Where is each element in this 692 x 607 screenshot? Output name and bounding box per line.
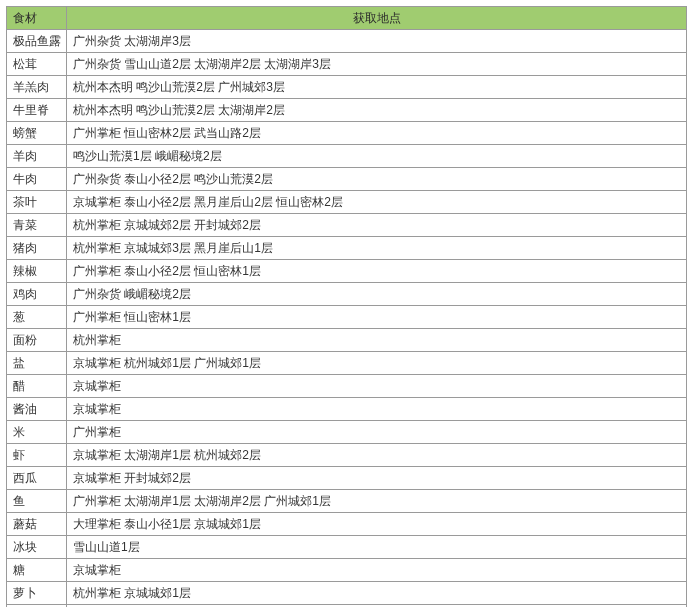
cell-location: 广州掌柜 [67, 421, 687, 444]
cell-location: 广州掌柜 太湖湖岸1层 太湖湖岸2层 广州城郊1层 [67, 490, 687, 513]
cell-ingredient: 蘑菇 [7, 513, 67, 536]
cell-location: 广州杂货 峨嵋秘境2层 [67, 283, 687, 306]
cell-ingredient: 猪肉 [7, 237, 67, 260]
table-row: 茶叶京城掌柜 泰山小径2层 黑月崖后山2层 恒山密林2层 [7, 191, 687, 214]
cell-location: 雪山山道1层 [67, 536, 687, 559]
table-row: 蘑菇大理掌柜 泰山小径1层 京城城郊1层 [7, 513, 687, 536]
table-row: 葱广州掌柜 恒山密林1层 [7, 306, 687, 329]
table-row: 萝卜杭州掌柜 京城城郊1层 [7, 582, 687, 605]
table-row: 盐京城掌柜 杭州城郊1层 广州城郊1层 [7, 352, 687, 375]
table-row: 螃蟹广州掌柜 恒山密林2层 武当山路2层 [7, 122, 687, 145]
cell-ingredient: 糖 [7, 559, 67, 582]
table-row: 虾京城掌柜 太湖湖岸1层 杭州城郊2层 [7, 444, 687, 467]
cell-location: 京城掌柜 开封城郊2层 [67, 467, 687, 490]
cell-ingredient: 冰块 [7, 536, 67, 559]
table-row: 糖京城掌柜 [7, 559, 687, 582]
header-row: 食材 获取地点 [7, 7, 687, 30]
table-row: 辣椒广州掌柜 泰山小径2层 恒山密林1层 [7, 260, 687, 283]
cell-location: 京城掌柜 [67, 375, 687, 398]
cell-location: 广州掌柜 恒山密林2层 武当山路2层 [67, 122, 687, 145]
table-row: 冰块雪山山道1层 [7, 536, 687, 559]
cell-ingredient: 鱼 [7, 490, 67, 513]
cell-location: 京城掌柜 杭州城郊1层 广州城郊1层 [67, 352, 687, 375]
table-row: 酱油京城掌柜 [7, 398, 687, 421]
cell-location: 京城掌柜 [67, 398, 687, 421]
cell-ingredient: 青菜 [7, 214, 67, 237]
table-row: 猪肉杭州掌柜 京城城郊3层 黑月崖后山1层 [7, 237, 687, 260]
cell-location: 广州掌柜 恒山密林1层 [67, 306, 687, 329]
table-row: 面粉杭州掌柜 [7, 329, 687, 352]
cell-ingredient: 面粉 [7, 329, 67, 352]
cell-ingredient: 茶叶 [7, 191, 67, 214]
cell-ingredient: 辣椒 [7, 260, 67, 283]
ingredients-table: 食材 获取地点 极品鱼露广州杂货 太湖湖岸3层松茸广州杂货 雪山山道2层 太湖湖… [6, 6, 687, 607]
cell-location: 广州杂货 泰山小径2层 鸣沙山荒漠2层 [67, 168, 687, 191]
cell-location: 京城掌柜 太湖湖岸1层 杭州城郊2层 [67, 444, 687, 467]
cell-location: 鸣沙山荒漠1层 峨嵋秘境2层 [67, 145, 687, 168]
cell-ingredient: 牛肉 [7, 168, 67, 191]
table-row: 松茸广州杂货 雪山山道2层 太湖湖岸2层 太湖湖岸3层 [7, 53, 687, 76]
table-row: 羊羔肉杭州本杰明 鸣沙山荒漠2层 广州城郊3层 [7, 76, 687, 99]
cell-ingredient: 盐 [7, 352, 67, 375]
cell-location: 京城掌柜 [67, 559, 687, 582]
table-row: 极品鱼露广州杂货 太湖湖岸3层 [7, 30, 687, 53]
cell-location: 杭州掌柜 京城城郊2层 开封城郊2层 [67, 214, 687, 237]
cell-ingredient: 醋 [7, 375, 67, 398]
cell-ingredient: 萝卜 [7, 582, 67, 605]
cell-ingredient: 松茸 [7, 53, 67, 76]
table-row: 牛肉广州杂货 泰山小径2层 鸣沙山荒漠2层 [7, 168, 687, 191]
table-row: 西瓜京城掌柜 开封城郊2层 [7, 467, 687, 490]
table-row: 醋京城掌柜 [7, 375, 687, 398]
cell-ingredient: 螃蟹 [7, 122, 67, 145]
cell-ingredient: 鸡肉 [7, 283, 67, 306]
cell-ingredient: 羊肉 [7, 145, 67, 168]
table-row: 羊肉鸣沙山荒漠1层 峨嵋秘境2层 [7, 145, 687, 168]
header-ingredient: 食材 [7, 7, 67, 30]
cell-location: 广州杂货 雪山山道2层 太湖湖岸2层 太湖湖岸3层 [67, 53, 687, 76]
table-row: 牛里脊杭州本杰明 鸣沙山荒漠2层 太湖湖岸2层 [7, 99, 687, 122]
cell-location: 广州掌柜 泰山小径2层 恒山密林1层 [67, 260, 687, 283]
cell-ingredient: 极品鱼露 [7, 30, 67, 53]
cell-location: 京城掌柜 泰山小径2层 黑月崖后山2层 恒山密林2层 [67, 191, 687, 214]
cell-location: 大理掌柜 泰山小径1层 京城城郊1层 [67, 513, 687, 536]
header-location: 获取地点 [67, 7, 687, 30]
cell-location: 杭州掌柜 [67, 329, 687, 352]
cell-ingredient: 虾 [7, 444, 67, 467]
cell-ingredient: 牛里脊 [7, 99, 67, 122]
cell-location: 杭州本杰明 鸣沙山荒漠2层 广州城郊3层 [67, 76, 687, 99]
cell-ingredient: 葱 [7, 306, 67, 329]
table-row: 鱼广州掌柜 太湖湖岸1层 太湖湖岸2层 广州城郊1层 [7, 490, 687, 513]
cell-ingredient: 米 [7, 421, 67, 444]
cell-ingredient: 西瓜 [7, 467, 67, 490]
cell-ingredient: 羊羔肉 [7, 76, 67, 99]
cell-ingredient: 酱油 [7, 398, 67, 421]
table-row: 鸡肉广州杂货 峨嵋秘境2层 [7, 283, 687, 306]
cell-location: 广州杂货 太湖湖岸3层 [67, 30, 687, 53]
cell-location: 杭州掌柜 京城城郊3层 黑月崖后山1层 [67, 237, 687, 260]
cell-location: 杭州本杰明 鸣沙山荒漠2层 太湖湖岸2层 [67, 99, 687, 122]
cell-location: 杭州掌柜 京城城郊1层 [67, 582, 687, 605]
table-row: 青菜杭州掌柜 京城城郊2层 开封城郊2层 [7, 214, 687, 237]
table-row: 米广州掌柜 [7, 421, 687, 444]
